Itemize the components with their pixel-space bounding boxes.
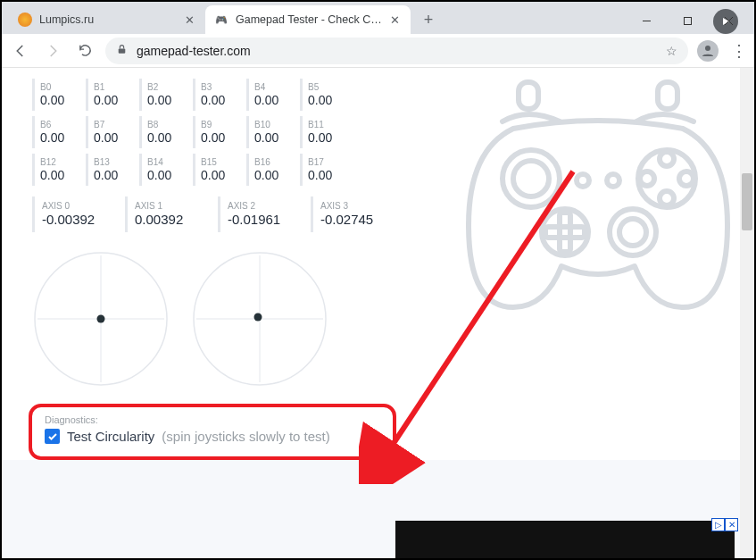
gamepad-button-cell: B70.00 — [86, 116, 134, 148]
button-value: 0.00 — [147, 93, 187, 107]
gamepad-axis-cell: AXIS 3-0.02745 — [311, 196, 387, 232]
right-stick-visual — [191, 250, 328, 388]
button-value: 0.00 — [40, 130, 80, 145]
svg-point-20 — [660, 152, 674, 166]
gamepad-axis-cell: AXIS 10.00392 — [125, 196, 202, 232]
profile-avatar[interactable] — [697, 40, 719, 62]
gamepad-button-cell: B30.00 — [193, 79, 241, 111]
gamepad-button-cell: B60.00 — [32, 116, 80, 148]
gamepad-button-cell: B130.00 — [86, 154, 134, 186]
svg-rect-15 — [519, 82, 538, 109]
ad-close-controls[interactable]: ▷✕ — [711, 518, 738, 531]
gamepad-button-cell: B50.00 — [300, 79, 348, 111]
browser-tab-strip: Lumpics.ru ✕ 🎮 Gamepad Tester - Check Co… — [2, 2, 754, 34]
button-value: 0.00 — [308, 168, 348, 182]
svg-rect-28 — [545, 227, 585, 238]
gamepad-axis-cell: AXIS 0-0.00392 — [32, 196, 109, 232]
axis-value: -0.02745 — [320, 212, 387, 228]
ad-banner[interactable] — [395, 521, 735, 558]
close-tab-icon[interactable]: ✕ — [387, 13, 402, 27]
tab-title: Lumpics.ru — [39, 13, 182, 26]
axis-value: -0.00392 — [42, 212, 109, 228]
back-button[interactable] — [9, 39, 32, 63]
button-label: B10 — [254, 120, 295, 130]
button-value: 0.00 — [201, 93, 241, 107]
svg-point-21 — [660, 191, 674, 205]
button-label: B5 — [308, 82, 348, 93]
button-value: 0.00 — [308, 130, 348, 145]
window-maximize-button[interactable] — [667, 7, 708, 34]
svg-rect-2 — [684, 17, 691, 24]
button-label: B4 — [254, 82, 295, 93]
svg-rect-5 — [119, 48, 126, 53]
button-value: 0.00 — [147, 168, 187, 182]
window-minimize-button[interactable] — [626, 7, 667, 34]
svg-point-23 — [679, 171, 694, 186]
ad-close-icon[interactable]: ✕ — [725, 518, 738, 531]
svg-rect-27 — [560, 213, 570, 252]
axis-label: AXIS 1 — [135, 201, 202, 212]
forward-button[interactable] — [41, 39, 64, 63]
button-label: B6 — [40, 120, 80, 130]
button-label: B13 — [94, 157, 134, 168]
tab-lumpics[interactable]: Lumpics.ru ✕ — [9, 5, 205, 34]
axis-label: AXIS 3 — [320, 201, 387, 212]
axis-value: -0.01961 — [228, 212, 295, 228]
button-label: B15 — [201, 157, 241, 168]
button-label: B14 — [147, 157, 187, 168]
gamepad-button-cell: B160.00 — [246, 154, 295, 186]
test-circularity-hint: (spin joysticks slowly to test) — [162, 429, 329, 444]
diagnostics-header: Diagnostics: — [45, 414, 380, 425]
tab-gamepad-tester[interactable]: 🎮 Gamepad Tester - Check Control ✕ — [205, 5, 411, 34]
svg-point-24 — [577, 174, 589, 187]
vertical-scrollbar[interactable] — [740, 68, 754, 558]
gamepad-button-cell: B80.00 — [139, 116, 187, 148]
reload-button[interactable] — [73, 39, 96, 63]
controller-illustration — [460, 73, 736, 323]
gamepad-button-cell: B20.00 — [139, 79, 187, 111]
button-value: 0.00 — [94, 168, 134, 182]
svg-point-29 — [610, 209, 656, 255]
lock-icon — [116, 44, 128, 58]
kebab-menu-icon[interactable]: ⋮ — [731, 41, 747, 61]
button-value: 0.00 — [254, 130, 295, 145]
test-circularity-checkbox[interactable] — [45, 429, 60, 444]
favicon-lumpics — [18, 13, 32, 27]
button-label: B1 — [94, 82, 134, 93]
url-text: gamepad-tester.com — [137, 44, 657, 58]
close-tab-icon[interactable]: ✕ — [182, 13, 196, 27]
button-label: B12 — [40, 157, 80, 168]
gamepad-button-cell: B150.00 — [193, 154, 241, 186]
button-label: B8 — [147, 120, 187, 130]
button-label: B16 — [254, 157, 295, 168]
button-value: 0.00 — [201, 168, 241, 182]
button-value: 0.00 — [147, 130, 187, 145]
button-value: 0.00 — [94, 93, 134, 107]
favicon-gamepad: 🎮 — [214, 13, 228, 27]
new-tab-button[interactable]: + — [416, 7, 441, 32]
gamepad-button-cell: B140.00 — [139, 154, 187, 186]
gamepad-button-cell: B40.00 — [246, 79, 295, 111]
svg-point-25 — [607, 174, 619, 187]
button-value: 0.00 — [40, 93, 80, 107]
gamepad-button-cell: B170.00 — [300, 154, 348, 186]
gamepad-button-cell: B00.00 — [32, 79, 80, 111]
diagnostics-panel: Diagnostics: Test Circularity (spin joys… — [29, 404, 396, 460]
gamepad-axis-cell: AXIS 2-0.01961 — [218, 196, 295, 232]
button-value: 0.00 — [254, 168, 295, 182]
svg-point-14 — [254, 313, 262, 322]
adchoices-icon[interactable]: ▷ — [711, 518, 725, 531]
test-circularity-label: Test Circularity — [67, 429, 154, 444]
button-label: B11 — [308, 120, 348, 130]
button-label: B0 — [40, 82, 80, 93]
axis-label: AXIS 2 — [228, 201, 295, 212]
browser-toolbar: gamepad-tester.com ☆ ⋮ — [2, 34, 754, 68]
gamepad-button-cell: B120.00 — [32, 154, 80, 186]
window-close-button[interactable] — [708, 7, 749, 34]
button-value: 0.00 — [94, 130, 134, 145]
svg-point-19 — [638, 150, 695, 207]
address-bar[interactable]: gamepad-tester.com ☆ — [105, 38, 688, 64]
star-icon[interactable]: ☆ — [666, 44, 677, 58]
left-stick-visual — [32, 250, 170, 388]
axis-value: 0.00392 — [135, 212, 202, 228]
